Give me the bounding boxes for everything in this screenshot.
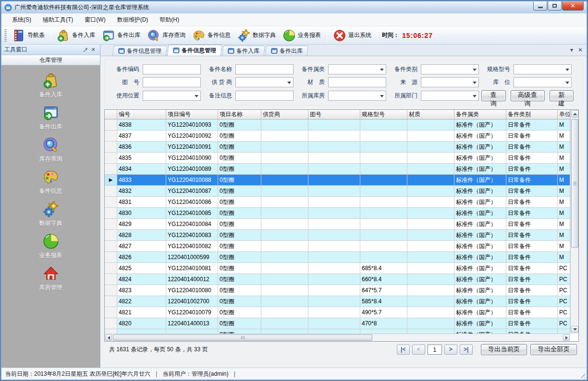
previous-page-button[interactable]: < xyxy=(412,345,425,355)
column-header[interactable]: 供货商 xyxy=(261,110,308,119)
export-current-page-button[interactable]: 导出当前页 xyxy=(481,344,527,355)
table-row[interactable]: ▶ 4834YG122040100890型圈标准件（国产）日常备件M xyxy=(105,164,570,175)
form-field[interactable] xyxy=(421,64,479,74)
vertical-scroll-thumb[interactable] xyxy=(571,119,578,248)
row-selector[interactable]: ▶ xyxy=(105,307,117,318)
next-page-button[interactable]: > xyxy=(444,345,457,355)
close-button[interactable]: ✕ xyxy=(562,1,584,11)
row-selector[interactable]: ▶ xyxy=(105,230,117,240)
toolbar-button[interactable]: 备件出库 xyxy=(98,27,144,44)
create-button[interactable]: 新建 xyxy=(550,90,574,101)
scroll-down-button[interactable] xyxy=(571,326,578,333)
row-selector[interactable]: ▶ xyxy=(105,219,117,229)
menu-item[interactable]: 窗口(W) xyxy=(79,14,111,26)
form-field[interactable] xyxy=(328,77,386,87)
scroll-right-button[interactable] xyxy=(563,334,570,341)
form-field[interactable] xyxy=(421,91,479,101)
table-row[interactable]: ▶ 4828YG122040100830型圈标准件（国产）日常备件M xyxy=(105,230,570,241)
column-header[interactable]: 备件类别 xyxy=(506,110,558,119)
table-row[interactable]: ▶ 482412204014000120型圈660*8.4标准件（国产）日常备件… xyxy=(105,274,570,285)
toolbar-button[interactable]: 备件入库 xyxy=(53,27,98,44)
row-selector[interactable]: ▶ xyxy=(105,241,117,251)
sidebar-item[interactable]: 备件出库 xyxy=(1,104,100,136)
last-page-button[interactable]: >| xyxy=(460,345,473,355)
table-row[interactable]: ▶ 4825YG122040100810型圈685*8.4标准件（国产）日常备件… xyxy=(105,263,570,274)
row-selector[interactable]: ▶ xyxy=(105,208,117,218)
table-row[interactable]: ▶ 4827YG122040100820型圈标准件（国产）日常备件M xyxy=(105,241,570,252)
scroll-left-button[interactable] xyxy=(105,334,112,341)
table-row[interactable]: ▶ 4836YG122040100910型圈标准件（国产）日常备件M xyxy=(105,142,570,153)
title-bar[interactable]: 广州爱奇迪软件科技有限公司-深田之星仓库管理系统 ✕ xyxy=(1,1,587,13)
warehouse-group-header[interactable]: 仓库管理 xyxy=(1,55,100,65)
query-button[interactable]: 查询 xyxy=(481,90,506,101)
table-row[interactable]: ▶ 482612204010005990型圈标准件（国产）日常备件M xyxy=(105,252,570,263)
row-selector[interactable]: ▶ xyxy=(105,131,117,141)
table-row[interactable]: ▶ 4821YG122040100790型圈490*5.7标准件（国产）日常备件… xyxy=(105,307,570,318)
advanced-query-button[interactable]: 高级查询 xyxy=(511,90,545,101)
document-tab[interactable]: 备件信息管理 xyxy=(167,45,222,56)
toolbar-button[interactable] xyxy=(377,29,378,42)
maximize-button[interactable] xyxy=(548,1,562,11)
toolbar-grip-handle[interactable] xyxy=(4,29,7,42)
document-tab[interactable]: 备件出库 xyxy=(265,46,308,56)
row-selector[interactable]: ▶ xyxy=(105,318,117,329)
tab-close-icon[interactable]: ✕ xyxy=(578,47,583,53)
first-page-button[interactable]: |< xyxy=(397,345,410,355)
page-number-input[interactable]: 1 xyxy=(428,345,442,355)
table-row[interactable]: 0型圈标准件（国产）日常备件 xyxy=(105,329,578,333)
scroll-up-button[interactable] xyxy=(571,110,578,118)
toolbar-button[interactable]: 业务报表 xyxy=(279,27,324,44)
form-field[interactable] xyxy=(421,77,479,87)
form-field[interactable] xyxy=(235,77,294,87)
sidebar-item[interactable]: 库房管理 xyxy=(1,265,100,297)
sidebar-item[interactable]: 库存查询 xyxy=(1,136,100,168)
row-selector[interactable]: ▶ xyxy=(105,274,117,285)
form-field[interactable] xyxy=(328,91,386,101)
panel-close-button[interactable]: ✕ xyxy=(89,46,97,54)
row-selector[interactable] xyxy=(105,329,117,333)
row-selector[interactable]: ▶ xyxy=(105,296,117,307)
minimize-button[interactable] xyxy=(533,1,547,11)
row-selector[interactable]: ▶ xyxy=(105,119,117,130)
toolbar-button[interactable] xyxy=(327,29,327,42)
row-selector[interactable]: ▶ xyxy=(105,175,117,185)
row-selector[interactable]: ▶ xyxy=(105,285,117,296)
sidebar-item[interactable]: 备件信息 xyxy=(1,168,100,201)
menu-item[interactable]: 系统(S) xyxy=(6,14,37,26)
column-header[interactable]: 备件属类 xyxy=(454,110,506,119)
resize-grip[interactable] xyxy=(579,372,585,378)
menu-item[interactable]: 帮助(H) xyxy=(154,14,185,26)
table-row[interactable]: ▶ 4823YG122040100800型圈647*5.7标准件（国产）日常备件… xyxy=(105,285,570,296)
row-selector[interactable]: ▶ xyxy=(105,142,117,152)
sidebar-item[interactable]: 数据字典 xyxy=(1,201,100,233)
toolbar-button[interactable]: 库存查询 xyxy=(144,27,189,44)
toolbar-button[interactable]: 数据字典 xyxy=(234,27,279,44)
row-selector[interactable]: ▶ xyxy=(105,252,117,262)
vertical-scrollbar[interactable] xyxy=(570,110,578,333)
form-field[interactable] xyxy=(143,91,201,101)
sidebar-item[interactable]: 业务报表 xyxy=(1,233,100,265)
toolbar-button[interactable]: 备件信息 xyxy=(189,27,234,44)
column-header[interactable] xyxy=(105,110,117,119)
table-row[interactable]: ▶ 4832YG122040100870型圈标准件（国产）日常备件M xyxy=(105,186,570,197)
menu-item[interactable]: 辅助工具(T) xyxy=(37,14,79,26)
toolbar-button[interactable]: 导航条 xyxy=(9,27,48,44)
table-row[interactable]: ▶ 4831YG122040100860型圈标准件（国产）日常备件M xyxy=(105,197,570,208)
column-header[interactable]: 项目名称 xyxy=(218,110,261,119)
sidebar-item[interactable]: 备件入库 xyxy=(1,72,100,104)
form-field[interactable] xyxy=(328,64,386,74)
column-header[interactable]: 项目编号 xyxy=(166,110,218,119)
row-selector[interactable]: ▶ xyxy=(105,153,117,163)
table-row[interactable]: ▶ 4833YG122040100880型圈标准件（国产）日常备件M xyxy=(105,175,570,186)
horizontal-scroll-thumb[interactable] xyxy=(113,334,372,341)
table-row[interactable]: ▶ 4830YG122040100850型圈标准件（国产）日常备件M xyxy=(105,208,570,219)
form-field[interactable] xyxy=(235,64,294,74)
export-all-pages-button[interactable]: 导出全部页 xyxy=(530,344,577,355)
row-selector[interactable]: ▶ xyxy=(105,263,117,274)
column-header[interactable]: 单位 xyxy=(558,110,570,119)
menu-item[interactable]: 数据维护(D) xyxy=(111,14,154,26)
toolbar-button[interactable]: 退出系统 xyxy=(330,27,375,44)
table-row[interactable]: ▶ 482012204014000130型圈470*8标准件（国产）日常备件PC xyxy=(105,318,570,329)
table-row[interactable]: ▶ 482212204010027000型圈585*8.4标准件（国产）日常备件… xyxy=(105,296,570,307)
form-field[interactable] xyxy=(143,77,201,87)
